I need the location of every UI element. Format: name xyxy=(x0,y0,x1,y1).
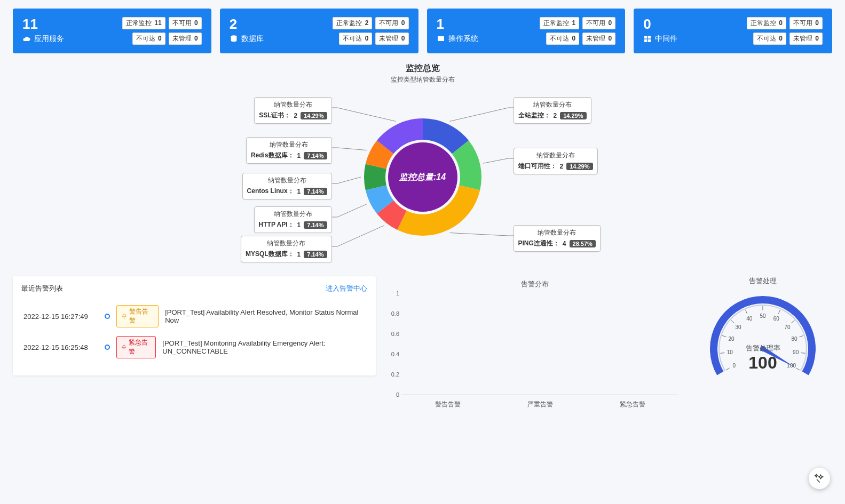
middleware-icon xyxy=(643,35,652,43)
card-count: 0 xyxy=(643,17,677,31)
card-database[interactable]: 2 数据库 正常监控 2 不可用 0 不可达 0 未管理 0 xyxy=(220,9,418,53)
timeline-dot-icon xyxy=(105,345,110,350)
card-title: 中间件 xyxy=(643,34,677,44)
overview-subtitle: 监控类型纳管数量分布 xyxy=(13,75,832,84)
svg-text:40: 40 xyxy=(746,316,753,322)
badge-unavailable: 不可用 0 xyxy=(169,17,202,29)
card-middleware[interactable]: 0 中间件 正常监控 0 不可用 0 不可达 0 未管理 0 xyxy=(634,9,832,53)
svg-rect-3 xyxy=(648,36,651,38)
badge-normal: 正常监控 2 xyxy=(333,17,372,29)
alert-level-tag: 警告告警 xyxy=(116,305,159,327)
lower-row: 最近告警列表 进入告警中心 2022-12-15 16:27:49警告告警[PO… xyxy=(0,268,845,430)
donut-label: 纳管数量分布HTTP API：17.14% xyxy=(254,206,332,233)
summary-cards: 11 应用服务 正常监控 11 不可用 0 不可达 0 未管理 0 2 数据库 … xyxy=(0,0,845,58)
badge-unreachable: 不可达 0 xyxy=(546,33,579,45)
donut-label: 纳管数量分布全站监控：214.29% xyxy=(514,97,591,124)
card-title: 数据库 xyxy=(230,34,264,44)
donut-label: 纳管数量分布MYSQL数据库：17.14% xyxy=(241,236,332,262)
bell-icon xyxy=(121,344,127,350)
card-count: 1 xyxy=(437,17,478,31)
badge-unavailable: 不可用 0 xyxy=(375,17,408,29)
y-tick: 1 xyxy=(385,290,399,297)
donut-label: 纳管数量分布SSL证书：214.29% xyxy=(254,97,331,124)
badge-unreachable: 不可达 0 xyxy=(132,33,165,45)
svg-line-10 xyxy=(722,335,726,337)
alerts-panel: 最近告警列表 进入告警中心 2022-12-15 16:27:49警告告警[PO… xyxy=(13,276,376,375)
dist-title: 告警分布 xyxy=(385,279,684,289)
svg-text:30: 30 xyxy=(735,324,741,330)
bell-icon xyxy=(121,313,127,319)
y-tick: 0.8 xyxy=(385,310,399,317)
alert-message: [PORT_Test] Monitoring Availability Emer… xyxy=(162,339,365,355)
alert-time: 2022-12-15 16:27:49 xyxy=(23,313,98,321)
card-count: 2 xyxy=(230,17,264,31)
badge-unreachable: 不可达 0 xyxy=(753,33,786,45)
badge-unmanaged: 未管理 0 xyxy=(789,33,823,45)
donut-label: 纳管数量分布端口可用性：214.29% xyxy=(514,148,598,174)
svg-line-14 xyxy=(745,310,747,314)
gauge-label: 告警处理率 xyxy=(704,343,822,353)
overview-section: 监控总览 监控类型纳管数量分布 监控总量:14 纳管数量分布全站监控：214.2… xyxy=(13,63,832,268)
alert-level-tag: 紧急告警 xyxy=(116,336,156,358)
card-title: 操作系统 xyxy=(437,34,478,44)
overview-title: 监控总览 xyxy=(13,63,832,74)
cloud-icon xyxy=(22,35,31,43)
badge-unreachable: 不可达 0 xyxy=(339,33,372,45)
gauge-value: 100 xyxy=(704,353,822,373)
badge-normal: 正常监控 11 xyxy=(122,17,165,29)
svg-rect-4 xyxy=(644,39,647,42)
card-os[interactable]: 1 操作系统 正常监控 1 不可用 0 不可达 0 未管理 0 xyxy=(427,9,626,53)
svg-rect-2 xyxy=(644,36,647,38)
svg-line-18 xyxy=(778,310,780,314)
x-label: 警告告警 xyxy=(435,400,461,409)
y-tick: 0 xyxy=(385,391,399,398)
donut-label: 纳管数量分布PING连通性：428.57% xyxy=(514,225,601,252)
badge-unmanaged: 未管理 0 xyxy=(169,33,202,45)
svg-text:20: 20 xyxy=(728,336,735,342)
y-tick: 0.2 xyxy=(385,371,399,378)
badge-unavailable: 不可用 0 xyxy=(789,17,823,29)
badge-unmanaged: 未管理 0 xyxy=(375,33,408,45)
svg-text:50: 50 xyxy=(760,313,766,319)
svg-rect-1 xyxy=(438,36,444,41)
svg-text:80: 80 xyxy=(791,336,797,342)
donut-chart[interactable]: 监控总量:14 纳管数量分布全站监控：214.29%纳管数量分布端口可用性：21… xyxy=(252,86,594,268)
database-icon xyxy=(230,35,238,43)
svg-rect-5 xyxy=(648,39,651,42)
x-label: 紧急告警 xyxy=(620,400,645,409)
svg-text:60: 60 xyxy=(773,316,780,322)
alerts-center-link[interactable]: 进入告警中心 xyxy=(326,284,367,293)
card-title: 应用服务 xyxy=(22,34,64,44)
badge-unavailable: 不可用 0 xyxy=(582,17,615,29)
donut-label: 纳管数量分布Redis数据库：17.14% xyxy=(246,137,332,164)
badge-unmanaged: 未管理 0 xyxy=(582,33,615,45)
svg-line-22 xyxy=(799,335,803,337)
card-count: 11 xyxy=(22,17,64,31)
donut-center: 监控总量:14 xyxy=(388,142,457,212)
svg-text:70: 70 xyxy=(785,324,791,330)
alert-distribution-chart: 告警分布 00.20.40.60.81 警告告警严重告警紧急告警 xyxy=(385,276,684,409)
alert-message: [PORT_Test] Availability Alert Resolved,… xyxy=(165,308,365,324)
badge-normal: 正常监控 0 xyxy=(747,17,786,29)
x-label: 严重告警 xyxy=(527,400,553,409)
gauge-panel: 告警处理 0102030405060708090100 告警处理率 100 xyxy=(693,276,832,386)
os-icon xyxy=(437,35,445,43)
timeline-dot-icon xyxy=(105,314,110,319)
badge-normal: 正常监控 1 xyxy=(540,17,579,29)
alerts-title: 最近告警列表 xyxy=(21,284,63,293)
y-tick: 0.4 xyxy=(385,351,399,357)
gauge-title: 告警处理 xyxy=(693,276,832,286)
alert-time: 2022-12-15 16:25:48 xyxy=(23,343,98,351)
alert-row[interactable]: 2022-12-15 16:27:49警告告警[PORT_Test] Avail… xyxy=(21,301,367,332)
y-tick: 0.6 xyxy=(385,331,399,337)
alert-row[interactable]: 2022-12-15 16:25:48紧急告警[PORT_Test] Monit… xyxy=(21,332,367,363)
svg-line-12 xyxy=(731,320,735,323)
card-app-services[interactable]: 11 应用服务 正常监控 11 不可用 0 不可达 0 未管理 0 xyxy=(13,9,211,53)
donut-label: 纳管数量分布Centos Linux：17.14% xyxy=(242,173,332,199)
svg-line-20 xyxy=(792,320,795,323)
